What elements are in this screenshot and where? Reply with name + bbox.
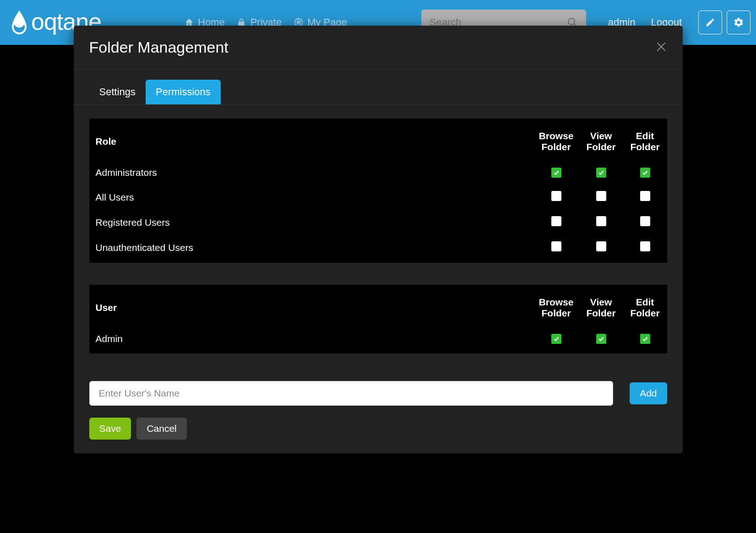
role-permissions-table: Role BrowseFolder ViewFolder EditFolder … (89, 119, 667, 263)
add-user-input[interactable] (89, 381, 614, 406)
role-name: Administrators (89, 161, 533, 185)
role-edit-checkbox[interactable] (640, 241, 650, 251)
role-name: Unauthenticated Users (89, 235, 533, 263)
browse-header: BrowseFolder (533, 119, 579, 161)
role-edit-checkbox[interactable] (640, 216, 650, 226)
user-header: User (89, 285, 533, 327)
modal-tabs: Settings Permissions (74, 70, 683, 105)
modal-close-button[interactable] (655, 41, 667, 54)
role-name: Registered Users (89, 210, 533, 235)
role-edit-checkbox[interactable] (640, 191, 650, 201)
edit-header: EditFolder (623, 119, 667, 161)
table-row: Administrators (89, 161, 667, 185)
modal-footer: Save Cancel (74, 411, 683, 440)
role-browse-checkbox[interactable] (551, 241, 561, 251)
table-row: Admin (89, 327, 667, 354)
modal-header: Folder Management (74, 26, 683, 70)
view-header: ViewFolder (579, 285, 623, 327)
add-user-row: Add (74, 367, 683, 411)
browse-header: BrowseFolder (533, 285, 579, 327)
role-browse-checkbox[interactable] (551, 191, 561, 201)
user-edit-checkbox[interactable] (640, 334, 650, 344)
cancel-button[interactable]: Cancel (136, 418, 186, 440)
role-header: Role (89, 119, 533, 161)
role-name: All Users (89, 185, 533, 210)
role-view-checkbox[interactable] (596, 216, 606, 226)
user-name: Admin (89, 327, 533, 354)
user-view-checkbox[interactable] (596, 334, 606, 344)
role-view-checkbox[interactable] (596, 241, 606, 251)
role-browse-checkbox[interactable] (551, 168, 561, 178)
tab-permissions[interactable]: Permissions (146, 80, 221, 104)
role-view-checkbox[interactable] (596, 168, 606, 178)
modal-title: Folder Management (89, 38, 228, 56)
view-header: ViewFolder (579, 119, 623, 161)
folder-management-modal: Folder Management Settings Permissions R… (74, 26, 683, 453)
add-user-button[interactable]: Add (630, 382, 667, 404)
edit-header: EditFolder (623, 285, 667, 327)
table-row: Unauthenticated Users (89, 235, 667, 263)
role-edit-checkbox[interactable] (640, 168, 650, 178)
role-view-checkbox[interactable] (596, 191, 606, 201)
user-permissions-table: User BrowseFolder ViewFolder EditFolder … (89, 285, 667, 354)
modal-backdrop: Folder Management Settings Permissions R… (0, 0, 756, 533)
table-row: Registered Users (89, 210, 667, 235)
role-browse-checkbox[interactable] (551, 216, 561, 226)
close-icon (655, 41, 667, 53)
user-browse-checkbox[interactable] (551, 334, 561, 344)
tab-settings[interactable]: Settings (89, 80, 146, 104)
table-row: All Users (89, 185, 667, 210)
save-button[interactable]: Save (89, 418, 131, 440)
permissions-panel: Role BrowseFolder ViewFolder EditFolder … (74, 105, 683, 367)
